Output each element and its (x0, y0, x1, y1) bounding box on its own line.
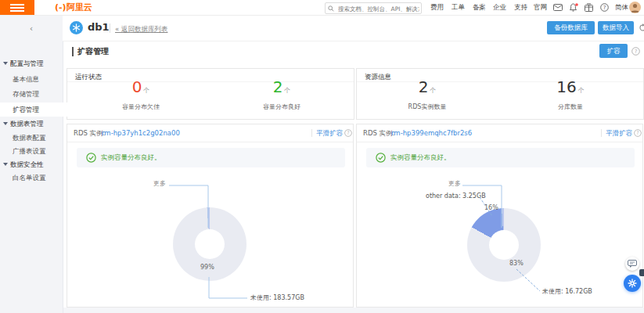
section-accent-bar (72, 47, 74, 56)
check-circle-icon (86, 153, 96, 163)
rds-instance-link[interactable]: rm-hp37yh1c2g02na00 (102, 124, 180, 142)
stat-unit: 个 (143, 87, 149, 94)
card-header: RDS 实例: rm-hp37yh1c2g02na00 平滑扩容 ? (67, 124, 353, 142)
sparkle-icon (628, 279, 637, 288)
topbar-menu-billing[interactable]: 费用 (430, 0, 444, 15)
mail-icon[interactable] (553, 4, 563, 11)
avatar[interactable] (629, 2, 641, 13)
sidebar-item-basic-info[interactable]: 基本信息 (0, 72, 75, 86)
smooth-expand-link[interactable]: 平滑扩容 (316, 124, 343, 142)
smooth-expand-link[interactable]: 平滑扩容 (606, 124, 632, 142)
status-banner: 实例容量分布良好。 (77, 148, 345, 167)
sidebar-item-table-config[interactable]: 数据表配置 (0, 131, 75, 145)
check-circle-icon (376, 153, 386, 163)
package-icon[interactable] (585, 3, 593, 12)
refresh-icon[interactable] (639, 23, 644, 32)
stat-capacity-good: 2个 (243, 77, 321, 96)
section-help-icon[interactable]: ? (631, 47, 640, 56)
backup-database-button[interactable]: 备份数据库 (547, 21, 595, 34)
status-text: 实例容量分布良好。 (101, 153, 161, 163)
help-icon[interactable]: ? (600, 3, 609, 12)
caret-down-icon (3, 62, 8, 65)
assistant-button[interactable] (624, 275, 641, 292)
chart-unused-label: 未使用: 183.57GB (250, 293, 304, 302)
divider (311, 129, 312, 137)
status-text: 实例容量分布良好。 (390, 153, 451, 163)
chart-percent-label: 99% (200, 264, 214, 271)
back-to-database-list-link[interactable]: « 返回数据库列表 (115, 25, 167, 34)
topbar-menu-tickets[interactable]: 工单 (452, 0, 465, 15)
sidebar-group-tables[interactable]: 数据表管理 (0, 117, 63, 131)
stat-label: 容量分布欠佳 (102, 103, 180, 111)
stat-capacity-bad: 0个 (102, 77, 180, 96)
svg-text:?: ? (347, 130, 349, 135)
expand-capacity-button[interactable]: 扩容 (599, 44, 628, 58)
search-icon (328, 5, 334, 12)
stat-unit: 个 (430, 87, 436, 94)
sidebar-item-broadcast[interactable]: 广播表设置 (0, 144, 75, 158)
divider (110, 23, 110, 33)
svg-text:?: ? (603, 5, 606, 11)
rds-card-2: RDS 实例: rm-hp399emqhc7fbr2s6 平滑扩容 ? 实例容量… (356, 124, 643, 308)
stat-rds-count: 2个 (388, 77, 466, 96)
caret-down-icon (3, 122, 8, 125)
hamburger-icon (10, 4, 24, 5)
topbar: (-)阿里云 费用 工单 备案 企业 支持 官网 (0, 0, 644, 16)
sidebar-group-label: 数据表管理 (10, 120, 44, 128)
capacity-donut-chart (467, 208, 541, 282)
speech-bubble-icon (628, 260, 637, 268)
card-header: RDS 实例: rm-hp399emqhc7fbr2s6 平滑扩容 ? (357, 124, 642, 142)
sidebar: ‹ 配置与管理 基本信息 存储管理 扩容管理 数据表管理 数据表配置 广播表设置… (0, 15, 63, 313)
chart-more-label[interactable]: 更多 (153, 179, 166, 188)
feedback-button[interactable] (625, 257, 639, 271)
card-help-icon[interactable]: ? (344, 129, 352, 137)
svg-text:?: ? (635, 49, 638, 55)
status-banner: 实例容量分布良好。 (366, 148, 635, 167)
stat-label: 容量分布良好 (243, 103, 321, 111)
notification-dot (575, 3, 578, 6)
database-icon (70, 21, 83, 34)
chart-other-data-label: other data: 3.25GB (426, 192, 479, 200)
stat-unit: 个 (284, 87, 290, 94)
chart-percent-label: 16% (484, 204, 498, 211)
svg-text:?: ? (636, 130, 639, 135)
sidebar-item-expansion[interactable]: 扩容管理 (0, 103, 75, 117)
bell-icon[interactable] (569, 3, 578, 13)
topbar-menu-website[interactable]: 官网 (534, 0, 547, 15)
sidebar-collapse-button[interactable]: ‹ (23, 23, 39, 35)
caret-down-icon (3, 163, 8, 166)
language-selector[interactable]: 简体 (615, 0, 628, 15)
chart-unused-label: 未使用: 16.72GB (542, 287, 592, 296)
topbar-menu-support[interactable]: 支持 (514, 0, 527, 15)
sidebar-item-whitelist[interactable]: 白名单设置 (0, 171, 75, 185)
rds-instance-label: RDS 实例: (74, 124, 105, 142)
chart-more-label[interactable]: 更多 (448, 179, 461, 188)
stat-label: 分库数量 (531, 103, 610, 111)
search-box (325, 2, 422, 14)
search-input[interactable] (336, 3, 421, 15)
rds-instance-label: RDS 实例: (363, 124, 394, 142)
sidebar-group-label: 配置与管理 (10, 59, 44, 67)
data-import-button[interactable]: 数据导入 (598, 21, 634, 34)
hamburger-menu-button[interactable] (0, 0, 34, 15)
topbar-menu-enterprise[interactable]: 企业 (493, 0, 506, 15)
stat-shard-count: 16个 (531, 77, 610, 96)
rds-card-1: RDS 实例: rm-hp37yh1c2g02na00 平滑扩容 ? 实例容量分… (67, 124, 354, 308)
sidebar-group-label: 数据安全性 (10, 160, 44, 168)
card-help-icon[interactable]: ? (634, 129, 642, 137)
brand-logo[interactable]: (-)阿里云 (55, 0, 92, 15)
person-icon (629, 2, 641, 13)
page-title: db1 (88, 21, 110, 33)
stat-unit: 个 (578, 87, 585, 94)
rds-instance-link[interactable]: rm-hp399emqhc7fbr2s6 (391, 124, 472, 142)
page-header: db1 « 返回数据库列表 备份数据库 数据导入 (63, 15, 644, 41)
sidebar-group-security[interactable]: 数据安全性 (0, 157, 63, 171)
brand-name: 阿里云 (67, 2, 92, 13)
topbar-menu-icp[interactable]: 备案 (473, 0, 486, 15)
sidebar-group-config[interactable]: 配置与管理 (0, 56, 63, 70)
stat-label: RDS实例数量 (388, 103, 466, 111)
edge-badge[interactable] (639, 269, 644, 276)
chart-percent-label: 83% (509, 260, 523, 267)
screen: ‹ 配置与管理 基本信息 存储管理 扩容管理 数据表管理 数据表配置 广播表设置… (0, 0, 644, 313)
sidebar-item-storage[interactable]: 存储管理 (0, 87, 75, 101)
